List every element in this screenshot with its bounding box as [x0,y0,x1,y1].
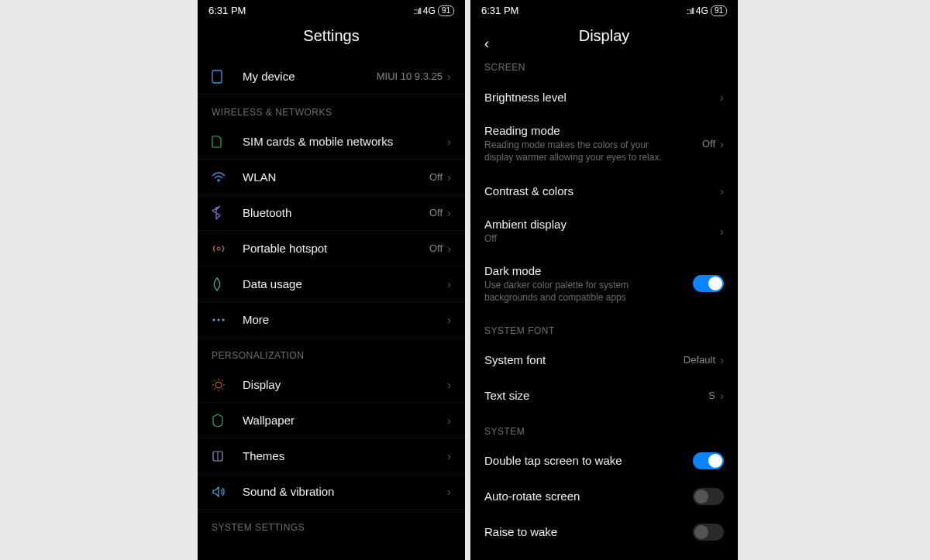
status-bar: 6:31 PM ::ıll 4G 91 [198,0,465,18]
row-raise-to-wake[interactable]: Raise to wake [470,514,738,550]
chevron-right-icon: › [447,70,451,83]
display-icon [212,378,243,392]
svg-point-1 [218,180,219,182]
chevron-right-icon: › [447,170,451,184]
bluetooth-label: Bluetooth [243,206,429,219]
row-hotspot[interactable]: Portable hotspot Off › [198,231,465,266]
row-auto-rotate[interactable]: Auto-rotate screen [470,479,738,514]
wallpaper-icon [212,414,243,428]
themes-icon [212,450,243,462]
row-more[interactable]: More › [198,302,465,338]
row-wallpaper[interactable]: Wallpaper › [198,403,465,438]
reading-label: Reading mode [484,124,702,137]
section-system-settings: SYSTEM SETTINGS [198,510,465,539]
textsize-label: Text size [484,389,708,402]
raise-to-wake-toggle[interactable] [693,524,724,541]
hotspot-icon [212,242,243,255]
chevron-right-icon: › [720,91,724,104]
status-bar: 6:31 PM ::ıll 4G 91 [470,0,738,18]
row-reading-mode[interactable]: Reading mode Reading mode makes the colo… [470,115,738,173]
row-sound[interactable]: Sound & vibration › [198,474,465,510]
chevron-right-icon: › [720,389,724,402]
hotspot-value: Off [429,242,443,254]
my-device-label: My device [243,70,377,83]
row-dark-mode[interactable]: Dark mode Use darker color palette for s… [470,255,738,313]
signal-icon: ::ıll [414,6,421,15]
row-double-tap[interactable]: Double tap screen to wake [470,443,738,479]
display-label: Display [243,378,447,391]
svg-point-6 [215,382,222,388]
back-button[interactable]: ‹ [484,36,489,52]
row-sim[interactable]: SIM cards & mobile networks › [198,124,465,160]
more-icon [212,318,243,322]
doubletap-label: Double tap screen to wake [484,454,693,467]
row-text-size[interactable]: Text size S › [470,378,738,414]
data-usage-label: Data usage [243,277,447,290]
sound-icon [212,486,243,498]
chevron-right-icon: › [447,206,451,219]
sim-icon [212,136,243,148]
wifi-icon [212,172,243,183]
my-device-value: MIUI 10 9.3.25 [377,70,443,82]
row-display[interactable]: Display › [198,367,465,403]
page-title: Settings [198,18,465,59]
row-bluetooth[interactable]: Bluetooth Off › [198,195,465,231]
section-system-font: SYSTEM FONT [470,313,738,342]
chevron-right-icon: › [447,449,451,462]
network-label: 4G [423,5,436,16]
row-system-font[interactable]: System font Default › [470,342,738,378]
ambient-sub: Off [484,232,678,245]
sysfont-value: Default [684,354,715,366]
chevron-right-icon: › [447,414,451,427]
row-brightness[interactable]: Brightness level › [470,79,738,115]
chevron-right-icon: › [447,378,451,391]
raise-label: Raise to wake [484,525,693,538]
more-label: More [243,313,447,326]
contrast-label: Contrast & colors [484,184,720,198]
svg-line-11 [214,380,215,382]
battery-icon: 91 [438,5,454,16]
chevron-right-icon: › [447,485,451,498]
chevron-right-icon: › [447,242,451,255]
row-my-device[interactable]: My device MIUI 10 9.3.25 › [198,59,465,94]
row-data-usage[interactable]: Data usage › [198,266,465,302]
ambient-label: Ambient display [484,218,720,231]
section-personalization: PERSONALIZATION [198,338,465,367]
hotspot-label: Portable hotspot [243,242,429,255]
dark-mode-toggle[interactable] [693,275,724,292]
svg-line-13 [214,388,215,390]
chevron-right-icon: › [447,277,451,290]
dark-sub: Use darker color palette for system back… [484,279,678,304]
bluetooth-icon [212,206,243,220]
row-contrast[interactable]: Contrast & colors › [470,173,738,208]
row-wlan[interactable]: WLAN Off › [198,160,465,195]
brightness-label: Brightness level [484,91,720,104]
section-wireless: WIRELESS & NETWORKS [198,94,465,124]
network-label: 4G [696,5,708,16]
dark-label: Dark mode [484,264,693,277]
svg-line-12 [222,388,224,390]
svg-point-3 [213,318,215,321]
row-ambient[interactable]: Ambient display Off › [470,208,738,254]
svg-rect-0 [212,70,222,83]
wallpaper-label: Wallpaper [243,414,447,427]
data-icon [212,277,243,291]
settings-screen: 6:31 PM ::ıll 4G 91 Settings My device M… [198,0,465,560]
section-screen: SCREEN [470,59,738,79]
textsize-value: S [708,390,715,401]
row-themes[interactable]: Themes › [198,438,465,474]
section-system: SYSTEM [470,414,738,443]
page-title: Display [470,18,738,59]
auto-rotate-toggle[interactable] [693,488,724,505]
display-screen: 6:31 PM ::ıll 4G 91 ‹ Display SCREEN Bri… [470,0,738,560]
battery-icon: 91 [711,5,727,16]
reading-value: Off [702,138,715,149]
background [738,0,930,560]
chevron-right-icon: › [720,225,724,238]
double-tap-toggle[interactable] [693,452,724,469]
status-time: 6:31 PM [481,5,518,16]
sound-label: Sound & vibration [243,485,447,498]
signal-icon: ::ıll [687,6,694,15]
svg-line-14 [222,380,224,382]
svg-point-4 [218,318,220,321]
